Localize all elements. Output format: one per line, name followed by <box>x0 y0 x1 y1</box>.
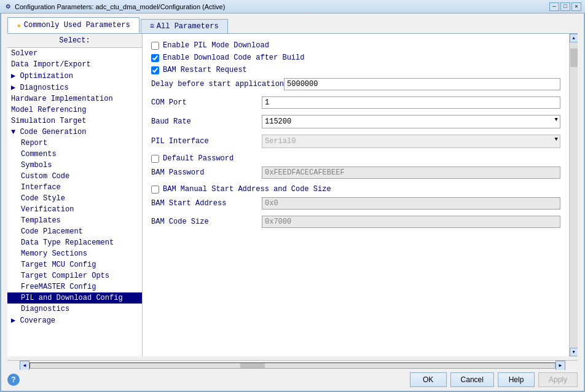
com-port-label: COM Port <box>151 98 262 107</box>
horizontal-scroll-thumb[interactable] <box>240 363 265 368</box>
tree-item-code-placement[interactable]: Code Placement <box>7 226 142 237</box>
bam-restart-checkbox[interactable] <box>151 66 159 74</box>
pil-interface-select-wrapper: Serial0 Serial1 Serial2 <box>262 135 560 148</box>
tree-item-verification[interactable]: Verification <box>7 204 142 215</box>
bottom-scrollbar: ◀ ▶ <box>7 360 578 370</box>
default-password-row: Default Password <box>151 154 560 163</box>
tree-item-diagnostics2[interactable]: Diagnostics <box>7 304 142 315</box>
bam-password-row: BAM Password <box>151 167 560 179</box>
com-port-row: COM Port <box>151 96 560 109</box>
tree-item-simulation-target[interactable]: Simulation Target <box>7 116 142 127</box>
window-title: Configuration Parameters: adc_ctu_dma_mo… <box>15 3 549 10</box>
tree-item-memory-sections[interactable]: Memory Sections <box>7 248 142 259</box>
tree-item-hardware-impl[interactable]: Hardware Implementation <box>7 93 142 104</box>
scroll-left-arrow[interactable]: ◀ <box>20 361 29 370</box>
ok-button[interactable]: OK <box>410 372 447 387</box>
tree-item-symbols[interactable]: Symbols <box>7 160 142 171</box>
title-bar: ⚙ Configuration Parameters: adc_ctu_dma_… <box>0 0 585 14</box>
default-password-checkbox[interactable] <box>151 155 159 163</box>
scroll-track[interactable] <box>570 42 578 348</box>
tree-item-coverage[interactable]: ▶ Coverage <box>7 315 142 326</box>
baud-rate-row: Baud Rate 115200 9600 19200 38400 57600 … <box>151 115 560 128</box>
tree-item-comments[interactable]: Comments <box>7 149 142 160</box>
dialog-buttons: OK Cancel Help Apply <box>410 372 578 387</box>
main-window: ★ Commonly Used Parameters ≡ All Paramet… <box>0 14 585 392</box>
delay-before-start-label: Delay before start application <box>151 80 284 88</box>
tree-item-data-import-export[interactable]: Data Import/Export <box>7 59 142 70</box>
tree-item-optimization[interactable]: ▶ Optimization <box>7 70 142 82</box>
tree-item-freemaster-config[interactable]: FreeMASTER Config <box>7 281 142 292</box>
bam-manual-start-row: BAM Manual Start Address and Code Size <box>151 185 560 194</box>
bam-start-address-row: BAM Start Address <box>151 197 560 210</box>
select-label: Select: <box>7 34 142 48</box>
baud-rate-select-wrapper: 115200 9600 19200 38400 57600 230400 <box>262 115 560 128</box>
scroll-right-arrow[interactable]: ▶ <box>556 361 565 370</box>
cancel-button[interactable]: Cancel <box>450 372 494 387</box>
content-area: Select: SolverData Import/Export▶ Optimi… <box>7 33 578 356</box>
tree-item-pil-download-config[interactable]: PIL and Download Config <box>7 292 142 304</box>
tree-item-code-style[interactable]: Code Style <box>7 193 142 204</box>
bam-restart-label[interactable]: BAM Restart Request <box>151 66 247 74</box>
scroll-down-arrow[interactable]: ▼ <box>570 348 578 356</box>
tree-item-model-referencing[interactable]: Model Referencing <box>7 104 142 116</box>
enable-download-code-row: Enable Download Code after Build <box>151 53 560 62</box>
bam-restart-row: BAM Restart Request <box>151 66 560 74</box>
tab-all-params-icon: ≡ <box>150 22 154 31</box>
tree-item-report[interactable]: Report <box>7 138 142 149</box>
window-controls: — □ ✕ <box>549 2 581 11</box>
vertical-scrollbar: ▲ ▼ <box>569 34 578 356</box>
tab-commonly-used-label: Commonly Used Parameters <box>24 21 130 29</box>
apply-button[interactable]: Apply <box>538 372 578 387</box>
tree-item-custom-code[interactable]: Custom Code <box>7 171 142 182</box>
bam-code-size-label: BAM Code Size <box>151 218 262 226</box>
tab-all-params-label: All Parameters <box>157 22 219 31</box>
app-icon: ⚙ <box>4 2 12 11</box>
tree-item-target-compiler-opts[interactable]: Target Compiler Opts <box>7 270 142 281</box>
delay-before-start-row: Delay before start application <box>151 78 560 90</box>
tree-item-templates[interactable]: Templates <box>7 215 142 226</box>
pil-interface-row: PIL Interface Serial0 Serial1 Serial2 <box>151 135 560 148</box>
tab-all-parameters[interactable]: ≡ All Parameters <box>141 19 228 33</box>
bam-start-address-input[interactable] <box>262 197 560 210</box>
scroll-thumb[interactable] <box>570 49 578 67</box>
pil-interface-label: PIL Interface <box>151 137 262 146</box>
default-password-label[interactable]: Default Password <box>151 154 234 163</box>
baud-rate-label: Baud Rate <box>151 117 262 126</box>
bam-code-size-input[interactable] <box>262 216 560 228</box>
tab-commonly-used[interactable]: ★ Commonly Used Parameters <box>7 17 139 33</box>
com-port-input[interactable] <box>262 96 560 109</box>
enable-download-code-label[interactable]: Enable Download Code after Build <box>151 53 304 62</box>
minimize-button[interactable]: — <box>549 2 559 11</box>
bam-manual-start-label[interactable]: BAM Manual Start Address and Code Size <box>151 185 331 194</box>
tree-item-target-mcu-config[interactable]: Target MCU Config <box>7 259 142 270</box>
right-panel: Enable PIL Mode Download Enable Download… <box>143 34 569 356</box>
bam-password-label: BAM Password <box>151 168 262 177</box>
help-icon-button[interactable]: ? <box>7 374 20 386</box>
baud-rate-select[interactable]: 115200 9600 19200 38400 57600 230400 <box>262 115 560 128</box>
maximize-button[interactable]: □ <box>560 2 570 11</box>
scroll-up-arrow[interactable]: ▲ <box>570 34 578 42</box>
tab-bar: ★ Commonly Used Parameters ≡ All Paramet… <box>1 14 584 33</box>
help-button[interactable]: Help <box>498 372 535 387</box>
enable-pil-mode-label[interactable]: Enable PIL Mode Download <box>151 41 269 50</box>
bam-code-size-row: BAM Code Size <box>151 216 560 228</box>
pil-interface-select[interactable]: Serial0 Serial1 Serial2 <box>262 135 560 148</box>
bottom-bar: ? OK Cancel Help Apply <box>1 370 584 391</box>
close-button[interactable]: ✕ <box>571 2 581 11</box>
tree-item-diagnostics[interactable]: ▶ Diagnostics <box>7 82 142 93</box>
bam-start-address-label: BAM Start Address <box>151 199 262 208</box>
enable-pil-mode-row: Enable PIL Mode Download <box>151 41 560 50</box>
star-icon: ★ <box>17 20 22 30</box>
tree-container: SolverData Import/Export▶ Optimization▶ … <box>7 48 142 326</box>
tree-item-interface[interactable]: Interface <box>7 182 142 193</box>
tree-item-solver[interactable]: Solver <box>7 48 142 59</box>
left-panel: Select: SolverData Import/Export▶ Optimi… <box>7 34 143 356</box>
tree-item-code-generation[interactable]: ▼ Code Generation <box>7 127 142 138</box>
enable-pil-mode-checkbox[interactable] <box>151 42 159 50</box>
delay-before-start-input[interactable] <box>284 78 560 90</box>
enable-download-code-checkbox[interactable] <box>151 54 159 62</box>
bam-password-input[interactable] <box>262 167 560 179</box>
horizontal-scroll-track[interactable] <box>29 363 556 369</box>
tree-item-data-type-replacement[interactable]: Data Type Replacement <box>7 237 142 248</box>
bam-manual-start-checkbox[interactable] <box>151 186 159 194</box>
